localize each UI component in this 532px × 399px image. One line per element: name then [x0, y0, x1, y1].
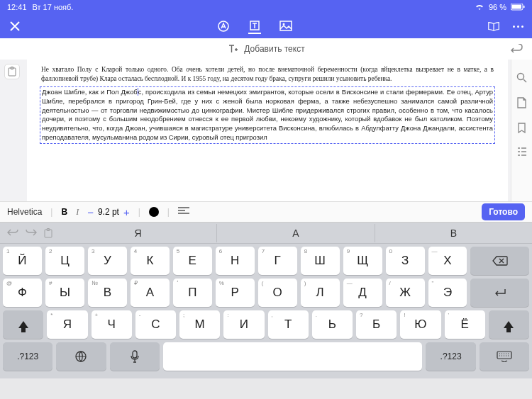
align-icon[interactable] [178, 207, 189, 217]
numkey-button[interactable]: .?123 [426, 342, 475, 371]
kbd-redo-icon[interactable] [26, 228, 37, 238]
key-У[interactable]: 3У [88, 247, 127, 275]
suggestion-row: Я А В [0, 223, 532, 244]
font-family-select[interactable]: Helvetica [7, 207, 42, 217]
svg-rect-1 [512, 5, 522, 9]
date: Вт 17 нояб. [33, 3, 74, 11]
key-Т[interactable]: ,Т [268, 310, 309, 339]
numkey-button[interactable]: .?123 [3, 342, 52, 371]
keyboard: Я А В 1Й2Ц3У4К5Е6Н7Г8Ш9Щ0З—Х @Ф#Ы№В₽АʼП%… [0, 223, 532, 378]
backspace-key[interactable] [470, 247, 528, 275]
key-П[interactable]: ʼП [173, 279, 212, 307]
key-З[interactable]: 0З [386, 247, 425, 275]
key-К[interactable]: 4К [131, 247, 170, 275]
book-icon[interactable] [487, 20, 500, 33]
paragraph: Не хватало Полу с Кларой только одного. … [41, 65, 494, 83]
app-toolbar [0, 14, 532, 38]
document-area: Не хватало Полу с Кларой только одного. … [0, 60, 532, 201]
key-Щ[interactable]: 9Щ [343, 247, 382, 275]
key-Й[interactable]: 1Й [3, 247, 42, 275]
paragraph-editing[interactable]: Джоан Шибле, как и Пол Джобс, происходил… [40, 86, 495, 143]
key-Ш[interactable]: 8Ш [301, 247, 340, 275]
image-tool-icon[interactable] [279, 20, 292, 33]
done-button[interactable]: Готово [482, 203, 525, 220]
search-icon[interactable] [516, 72, 527, 83]
pen-tool-icon[interactable] [217, 20, 230, 33]
clipboard-button[interactable] [4, 64, 20, 79]
key-С[interactable]: -С [135, 310, 176, 339]
key-Ы[interactable]: #Ы [45, 279, 84, 307]
kbd-clipboard-icon[interactable] [44, 228, 52, 238]
status-bar: 12:41 Вт 17 нояб. 96 % [0, 0, 532, 14]
suggestion[interactable]: В [375, 224, 532, 242]
key-Ч[interactable]: +Ч [92, 310, 132, 339]
bookmark-icon[interactable] [518, 123, 526, 133]
text-tool-icon[interactable] [248, 21, 261, 34]
key-Д[interactable]: —Д [343, 279, 382, 307]
svg-rect-13 [133, 351, 137, 358]
svg-rect-14 [497, 352, 511, 359]
bold-button[interactable]: B [61, 207, 67, 217]
key-Н[interactable]: 6Н [216, 247, 255, 275]
key-Ю[interactable]: !Ю [400, 310, 440, 339]
svg-rect-2 [523, 6, 525, 8]
more-icon[interactable] [513, 26, 523, 28]
hide-keyboard-key[interactable] [480, 342, 529, 371]
italic-button[interactable]: I [76, 207, 79, 218]
key-М[interactable]: ;М [179, 310, 220, 339]
mic-key[interactable] [110, 342, 160, 371]
key-Ж[interactable]: /Ж [386, 279, 425, 307]
page-icon[interactable] [517, 97, 526, 108]
svg-point-9 [518, 74, 524, 80]
key-В[interactable]: №В [88, 279, 127, 307]
kbd-undo-icon[interactable] [7, 228, 18, 238]
svg-rect-5 [280, 21, 292, 30]
key-Е[interactable]: 5Е [173, 247, 212, 275]
key-Б[interactable]: ?Б [356, 310, 397, 339]
key-Ц[interactable]: 2Ц [45, 247, 84, 275]
add-text-label: Добавить текст [244, 44, 304, 54]
return-key[interactable] [470, 279, 528, 307]
add-text-bar[interactable]: Добавить текст [0, 38, 532, 60]
key-И[interactable]: :И [223, 310, 264, 339]
battery-percent: 96 % [489, 3, 506, 11]
key-Х[interactable]: —Х [428, 247, 467, 275]
side-tools [511, 60, 532, 201]
globe-key[interactable] [56, 342, 106, 371]
text-add-icon [227, 44, 238, 54]
key-Р[interactable]: %Р [216, 279, 255, 307]
font-size-value: 9.2 pt [98, 207, 119, 217]
suggestion[interactable]: Я [60, 224, 216, 242]
clock: 12:41 [7, 3, 27, 11]
font-size-minus[interactable]: − [87, 206, 94, 218]
key-Я[interactable]: *Я [47, 310, 87, 339]
document-page[interactable]: Не хватало Полу с Кларой только одного. … [27, 60, 508, 201]
space-key[interactable] [163, 342, 423, 371]
key-Ё[interactable]: 'Ё [445, 310, 485, 339]
wifi-icon [475, 4, 484, 11]
key-Э[interactable]: "Э [428, 279, 467, 307]
undo-icon[interactable] [511, 44, 523, 54]
shift-key[interactable] [3, 310, 43, 339]
key-Л[interactable]: )Л [301, 279, 340, 307]
key-Ь[interactable]: .Ь [312, 310, 353, 339]
font-size-plus[interactable]: + [123, 206, 130, 218]
suggestion[interactable]: А [216, 224, 374, 242]
shift-key[interactable] [489, 310, 529, 339]
key-О[interactable]: (О [258, 279, 297, 307]
battery-icon [511, 4, 525, 11]
close-icon[interactable] [9, 20, 21, 33]
format-bar: Helvetica | B I − 9.2 pt + | | Готово [0, 201, 532, 223]
color-swatch[interactable] [149, 207, 159, 217]
key-А[interactable]: ₽А [131, 279, 170, 307]
key-Г[interactable]: 7Г [258, 247, 297, 275]
key-Ф[interactable]: @Ф [3, 279, 42, 307]
outline-icon[interactable] [517, 147, 527, 156]
